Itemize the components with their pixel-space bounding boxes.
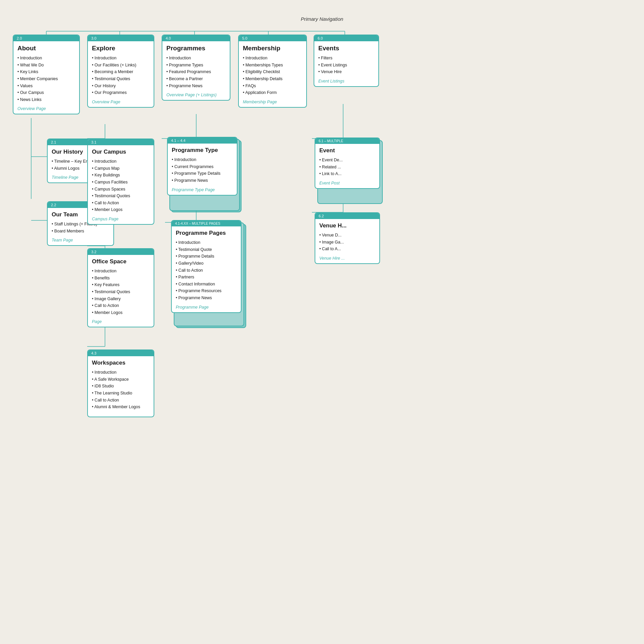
card-title-venue-hire: Venue H... bbox=[319, 222, 375, 229]
card-programme-type: 4.1 – 4.4 Programme Type • Introduction … bbox=[167, 137, 237, 196]
card-workspaces: 4.3 Workspaces • Introduction • A Safe W… bbox=[87, 350, 154, 417]
card-items-our-campus: • Introduction • Campus Map • Key Buildi… bbox=[92, 158, 150, 213]
card-title-membership: Membership bbox=[243, 45, 302, 52]
card-link-about: Overview Page bbox=[17, 106, 75, 111]
card-header-our-campus: 3.1 bbox=[88, 139, 154, 145]
card-header-events: 6.0 bbox=[314, 35, 378, 41]
card-events: 6.0 Events • Filters • Event Listings • … bbox=[314, 35, 379, 87]
page-title: Primary Navigation bbox=[0, 0, 644, 22]
card-header-office-space: 3.2 bbox=[88, 249, 154, 255]
card-link-explore: Overview Page bbox=[92, 100, 150, 104]
card-items-office-space: • Introduction • Benefits • Key Features… bbox=[92, 268, 150, 316]
card-link-membership: Membership Page bbox=[243, 100, 302, 104]
card-link-office-space: Page bbox=[92, 319, 150, 324]
card-header-programme-pages: 4.1-4.XX – MULTIPLE PAGES bbox=[172, 221, 241, 226]
card-about: 2.0 About • Introduction • What We Do • … bbox=[13, 35, 80, 114]
card-venue-hire: 6.2 Venue H... • Venue D... • Image Ga..… bbox=[315, 212, 380, 264]
card-header-membership: 5.0 bbox=[239, 35, 306, 41]
card-header-explore: 3.0 bbox=[88, 35, 154, 41]
card-link-event: Event Post bbox=[319, 181, 375, 185]
card-items-membership: • Introduction • Memberships Types • Eli… bbox=[243, 55, 302, 96]
card-title-programme-type: Programme Type bbox=[172, 147, 233, 154]
card-title-events: Events bbox=[318, 45, 374, 52]
card-programme-pages: 4.1-4.XX – MULTIPLE PAGES Programme Page… bbox=[171, 220, 241, 313]
card-title-about: About bbox=[17, 45, 75, 52]
card-event: 6.1 – MULTIPLE Event • Event De... • Rel… bbox=[315, 138, 380, 189]
card-title-office-space: Office Space bbox=[92, 258, 150, 265]
card-our-campus: 3.1 Our Campus • Introduction • Campus M… bbox=[87, 139, 154, 225]
card-items-events: • Filters • Event Listings • Venue Hire bbox=[318, 55, 374, 75]
card-header-programmes: 4.0 bbox=[162, 35, 230, 41]
card-explore: 3.0 Explore • Introduction • Our Facilit… bbox=[87, 35, 154, 108]
card-header-venue-hire: 6.2 bbox=[315, 213, 379, 219]
card-items-venue-hire: • Venue D... • Image Ga... • Call to A..… bbox=[319, 232, 375, 253]
card-title-programme-pages: Programme Pages bbox=[176, 230, 237, 236]
card-link-programmes: Overview Page (+ Listings) bbox=[166, 93, 226, 97]
card-title-workspaces: Workspaces bbox=[92, 360, 150, 366]
card-membership: 5.0 Membership • Introduction • Membersh… bbox=[238, 35, 307, 108]
card-link-programme-type: Programme Type Page bbox=[172, 187, 233, 192]
card-office-space: 3.2 Office Space • Introduction • Benefi… bbox=[87, 248, 154, 327]
card-items-programme-type: • Introduction • Current Programmes • Pr… bbox=[172, 156, 233, 184]
card-items-programmes: • Introduction • Programme Types • Featu… bbox=[166, 55, 226, 89]
card-header-event: 6.1 – MULTIPLE bbox=[315, 138, 379, 144]
card-header-workspaces: 4.3 bbox=[88, 350, 154, 356]
card-link-our-team: Team Page bbox=[52, 238, 109, 243]
card-title-programmes: Programmes bbox=[166, 45, 226, 52]
card-link-programme-pages: Programme Page bbox=[176, 305, 237, 310]
card-programmes: 4.0 Programmes • Introduction • Programm… bbox=[162, 35, 230, 101]
card-header-about: 2.0 bbox=[13, 35, 79, 41]
card-title-event: Event bbox=[319, 147, 375, 154]
card-header-programme-type: 4.1 – 4.4 bbox=[168, 138, 237, 144]
card-items-explore: • Introduction • Our Facilities (+ Links… bbox=[92, 55, 150, 96]
card-items-workspaces: • Introduction • A Safe Workspace • iD8 … bbox=[92, 369, 150, 411]
card-link-venue-hire: Venue Hire ... bbox=[319, 256, 375, 261]
card-title-explore: Explore bbox=[92, 45, 150, 52]
card-items-event: • Event De... • Related ... • Link to A.… bbox=[319, 157, 375, 177]
card-link-events: Event Listings bbox=[318, 79, 374, 84]
card-items-about: • Introduction • What We Do • Key Links … bbox=[17, 55, 75, 103]
card-link-our-campus: Campus Page bbox=[92, 217, 150, 221]
card-title-our-campus: Our Campus bbox=[92, 149, 150, 155]
card-items-programme-pages: • Introduction • Testimonial Quote • Pro… bbox=[176, 239, 237, 302]
